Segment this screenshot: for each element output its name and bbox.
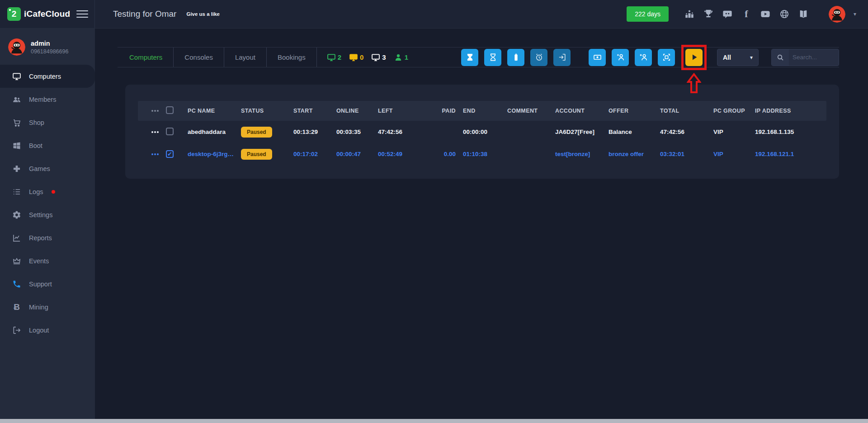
screenshot-icon — [662, 53, 671, 62]
status-badge: Paused — [241, 149, 272, 160]
row-actions-menu-icon[interactable] — [142, 153, 159, 155]
cash-button[interactable] — [589, 49, 606, 66]
sidebar-item-shop[interactable]: Shop — [0, 111, 95, 134]
discord-icon[interactable] — [722, 9, 733, 19]
pc-name[interactable]: desktop-6j3rg… — [184, 151, 237, 157]
table-row: abedhaddara Paused 00:13:29 00:03:35 47:… — [138, 121, 826, 143]
counter-members-online[interactable]: 1 — [394, 53, 408, 62]
sidebar-user: admin 096184986696 — [0, 35, 95, 65]
avatar-chevron-down-icon[interactable]: ▾ — [854, 11, 856, 17]
row-actions-menu-icon[interactable] — [142, 131, 159, 133]
annotated-action — [685, 49, 703, 66]
col-paid: PAID — [420, 108, 459, 114]
gamepad-icon — [12, 164, 21, 173]
sidebar-item-games[interactable]: Games — [0, 157, 95, 180]
start-time: 00:17:02 — [290, 151, 333, 157]
col-offer: OFFER — [605, 108, 656, 114]
sidebar-item-settings[interactable]: Settings — [0, 203, 95, 226]
sidebar-item-reports[interactable]: Reports — [0, 226, 95, 249]
sidebar: admin 096184986696 Computers Members Sho… — [0, 29, 95, 423]
user-avatar[interactable] — [829, 6, 845, 23]
license-days-button[interactable]: 222 days — [627, 6, 669, 22]
website-globe-icon[interactable] — [779, 9, 790, 19]
sidebar-item-support[interactable]: Support — [0, 272, 95, 295]
offer: Balance — [605, 128, 656, 135]
sidebar-item-members[interactable]: Members — [0, 88, 95, 111]
search-input[interactable] — [789, 54, 839, 61]
sidebar-item-mining[interactable]: Ƀ Mining — [0, 295, 95, 318]
docs-book-icon[interactable] — [798, 9, 809, 19]
sidebar-item-computers[interactable]: Computers — [0, 65, 95, 88]
counter-pcs-total[interactable]: 3 — [371, 53, 386, 62]
tab-consoles[interactable]: Consoles — [174, 48, 224, 67]
hourglass-filled-button[interactable] — [461, 49, 478, 66]
col-status: STATUS — [237, 108, 290, 114]
pc-name[interactable]: abedhaddara — [184, 128, 237, 135]
topbar-right: 222 days f ▾ — [627, 6, 868, 23]
computers-table-card: PC NAME STATUS START ONLINE LEFT PAID EN… — [125, 85, 839, 179]
hourglass-filled-icon — [466, 53, 474, 62]
battery-button[interactable] — [507, 49, 524, 66]
sidebar-item-logs[interactable]: Logs — [0, 180, 95, 203]
give-us-a-like-link[interactable]: Give us a like — [186, 11, 220, 17]
phone-icon — [12, 280, 21, 289]
battery-icon — [512, 53, 520, 62]
pc-group-filter-select[interactable]: All ▾ — [717, 49, 759, 66]
tab-bookings[interactable]: Bookings — [267, 48, 317, 67]
chevron-down-icon: ▾ — [750, 54, 753, 61]
youtube-icon[interactable] — [760, 9, 771, 19]
annotation-arrow-up — [687, 72, 701, 94]
horizontal-scrollbar[interactable] — [0, 419, 868, 423]
facebook-icon[interactable]: f — [741, 9, 752, 19]
app-logo-icon: 2 — [7, 7, 21, 21]
sidebar-user-avatar[interactable] — [8, 38, 25, 56]
logs-alert-dot — [52, 190, 55, 194]
end-time: 01:10:38 — [459, 151, 504, 157]
ip-address: 192.168.121.1 — [751, 151, 826, 157]
monitor-icon — [327, 53, 336, 62]
bitcoin-icon: Ƀ — [12, 302, 21, 312]
alarm-clock-icon — [535, 53, 543, 62]
sign-out-button[interactable] — [553, 49, 571, 66]
screenshot-button[interactable] — [658, 49, 675, 66]
computers-table: PC NAME STATUS START ONLINE LEFT PAID EN… — [138, 101, 826, 165]
ip-address: 192.168.1.135 — [751, 128, 826, 135]
counter-pcs-paused[interactable]: 0 — [349, 53, 363, 62]
menu-toggle-icon[interactable] — [76, 8, 88, 20]
member-add-icon — [639, 53, 648, 62]
row-checkbox[interactable]: ✔ — [166, 150, 174, 158]
start-session-button[interactable] — [685, 49, 703, 66]
sidebar-user-name: admin — [31, 40, 68, 47]
table-header-row: PC NAME STATUS START ONLINE LEFT PAID EN… — [138, 101, 826, 121]
chart-icon — [12, 233, 21, 242]
computers-toolbar: Computers Consoles Layout Bookings 2 0 3 — [118, 47, 839, 67]
logo-area: 2 iCafeCloud — [0, 0, 95, 28]
member-star-button[interactable] — [612, 49, 629, 66]
tab-computers[interactable]: Computers — [118, 48, 174, 67]
person-icon — [394, 53, 403, 62]
member-add-button[interactable] — [635, 49, 652, 66]
counter-pcs-in-use[interactable]: 2 — [327, 53, 341, 62]
col-pc-group: PC GROUP — [710, 108, 751, 114]
status-badge: Paused — [241, 127, 272, 138]
ranking-icon[interactable] — [684, 9, 695, 19]
app-logo-text: iCafeCloud — [24, 9, 70, 19]
logout-icon — [12, 326, 21, 335]
tab-layout[interactable]: Layout — [224, 48, 267, 67]
online-time: 00:00:47 — [333, 151, 374, 157]
search-icon — [772, 49, 789, 66]
people-icon — [12, 95, 21, 104]
trophy-icon[interactable] — [703, 9, 714, 19]
start-time: 00:13:29 — [290, 128, 333, 135]
col-ip-address: IP ADDRESS — [751, 108, 826, 114]
row-checkbox[interactable] — [166, 128, 174, 135]
sidebar-item-events[interactable]: Events — [0, 249, 95, 272]
alarm-button[interactable] — [530, 49, 547, 66]
header-actions-menu-icon[interactable] — [142, 110, 159, 112]
col-end: END — [459, 108, 504, 114]
hourglass-outline-button[interactable] — [484, 49, 501, 66]
select-all-checkbox[interactable] — [166, 106, 174, 114]
col-online: ONLINE — [333, 108, 374, 114]
sidebar-item-boot[interactable]: Boot — [0, 134, 95, 157]
sidebar-item-logout[interactable]: Logout — [0, 318, 95, 342]
